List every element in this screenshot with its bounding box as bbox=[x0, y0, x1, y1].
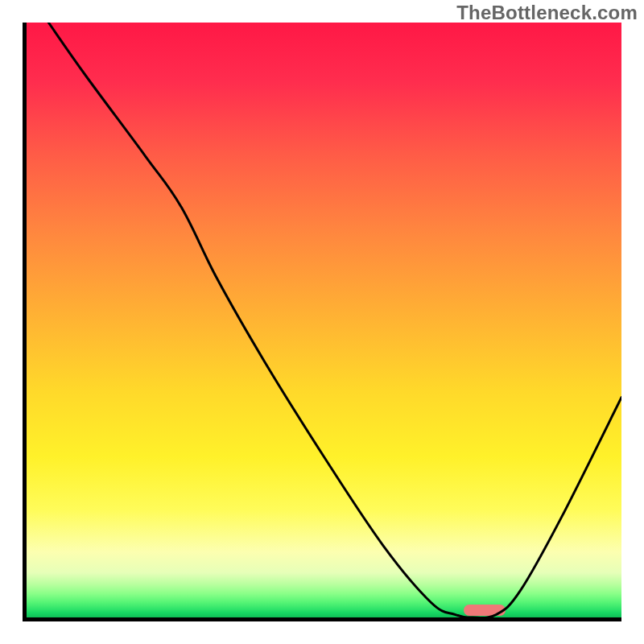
bottleneck-curve bbox=[27, 23, 621, 617]
watermark-text: TheBottleneck.com bbox=[456, 2, 638, 24]
chart-plot-area bbox=[23, 23, 621, 621]
